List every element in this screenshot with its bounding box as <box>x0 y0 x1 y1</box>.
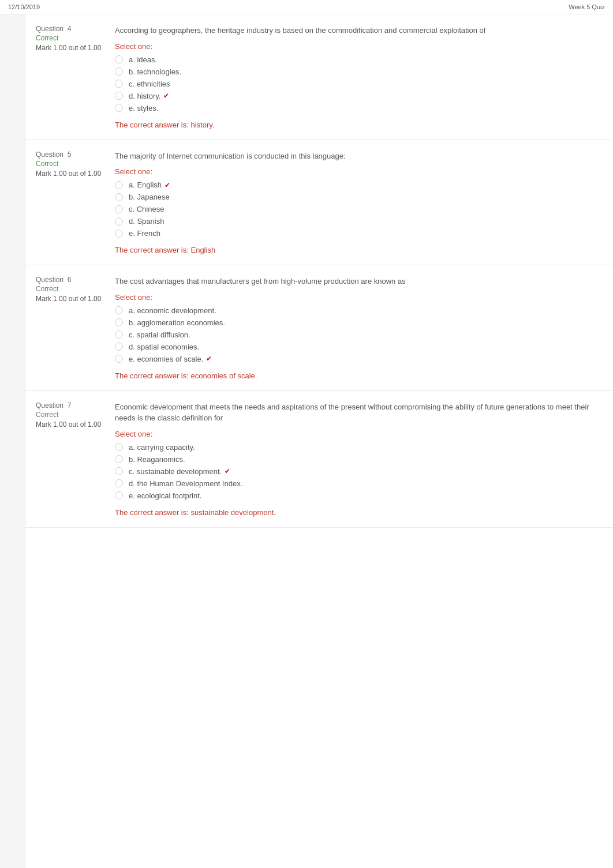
option-label: a. economic development. <box>129 306 216 315</box>
date-label: 12/10/2019 <box>8 3 40 10</box>
option-b[interactable]: b. technologies. <box>115 67 596 76</box>
radio-button[interactable] <box>115 230 123 238</box>
check-flag-icon: ✔ <box>165 181 170 189</box>
option-c[interactable]: c. ethnicities <box>115 80 596 88</box>
question-number: Question 5 <box>36 151 107 159</box>
option-label: b. Reaganomics. <box>129 455 185 464</box>
page-layout: Question 4 Correct Mark 1.00 out of 1.00… <box>0 14 613 868</box>
question-meta-6: Question 6 Correct Mark 1.00 out of 1.00 <box>25 276 115 380</box>
option-b[interactable]: b. Reaganomics. <box>115 455 596 464</box>
radio-button[interactable] <box>115 217 123 226</box>
question-body-5: The majority of Internet communication i… <box>115 151 613 255</box>
radio-button[interactable] <box>115 343 123 351</box>
select-one-label: Select one: <box>115 167 596 176</box>
radio-button[interactable] <box>115 306 123 314</box>
question-block-5: Question 5 Correct Mark 1.00 out of 1.00… <box>25 140 613 266</box>
question-body-6: The cost advantages that manufacturers g… <box>115 276 613 380</box>
option-label: a. English <box>129 181 162 189</box>
question-status: Correct <box>36 160 107 168</box>
question-body-7: Economic development that meets the need… <box>115 401 613 517</box>
question-mark: Mark 1.00 out of 1.00 <box>36 420 107 430</box>
question-body-4: According to geographers, the heritage i… <box>115 25 613 129</box>
check-flag-icon: ✔ <box>163 92 169 100</box>
option-c[interactable]: c. spatial diffusion. <box>115 330 596 339</box>
option-b[interactable]: b. agglomeration economies. <box>115 318 596 327</box>
radio-button[interactable] <box>115 55 123 63</box>
radio-button[interactable] <box>115 181 123 189</box>
options-list: a. carrying capacity.b. Reaganomics.c. s… <box>115 443 596 500</box>
option-e[interactable]: e. economies of scale. ✔ <box>115 355 596 363</box>
radio-button[interactable] <box>115 205 123 213</box>
question-number: Question 6 <box>36 276 107 284</box>
radio-button[interactable] <box>115 80 123 88</box>
question-block-7: Question 7 Correct Mark 1.00 out of 1.00… <box>25 391 613 528</box>
radio-button[interactable] <box>115 330 123 339</box>
option-c[interactable]: c. sustainable development. ✔ <box>115 467 596 476</box>
option-e[interactable]: e. French <box>115 229 596 238</box>
radio-button[interactable] <box>115 104 123 112</box>
radio-button[interactable] <box>115 193 123 201</box>
radio-button[interactable] <box>115 355 123 363</box>
question-text: The cost advantages that manufacturers g… <box>115 276 596 287</box>
radio-button[interactable] <box>115 92 123 100</box>
correct-answer-text: The correct answer is: history. <box>115 121 596 129</box>
option-label: a. ideas. <box>129 55 157 64</box>
option-label: b. Japanese <box>129 193 170 201</box>
main-content: Question 4 Correct Mark 1.00 out of 1.00… <box>25 14 613 868</box>
question-status: Correct <box>36 411 107 419</box>
radio-button[interactable] <box>115 491 123 499</box>
option-label: a. carrying capacity. <box>129 443 195 452</box>
correct-answer-text: The correct answer is: English <box>115 246 596 254</box>
correct-answer-text: The correct answer is: economies of scal… <box>115 371 596 380</box>
question-mark: Mark 1.00 out of 1.00 <box>36 294 107 304</box>
question-meta-5: Question 5 Correct Mark 1.00 out of 1.00 <box>25 151 115 255</box>
radio-button[interactable] <box>115 318 123 326</box>
option-label: b. technologies. <box>129 67 181 76</box>
option-label: c. ethnicities <box>129 80 170 88</box>
question-block-6: Question 6 Correct Mark 1.00 out of 1.00… <box>25 265 613 391</box>
question-number: Question 7 <box>36 401 107 409</box>
option-b[interactable]: b. Japanese <box>115 193 596 201</box>
radio-button[interactable] <box>115 455 123 463</box>
question-meta-4: Question 4 Correct Mark 1.00 out of 1.00 <box>25 25 115 129</box>
option-c[interactable]: c. Chinese <box>115 205 596 213</box>
radio-button[interactable] <box>115 479 123 487</box>
question-text: Economic development that meets the need… <box>115 401 596 424</box>
top-bar: 12/10/2019 Week 5 Quiz <box>0 0 613 14</box>
option-label: c. spatial diffusion. <box>129 330 190 339</box>
select-one-label: Select one: <box>115 430 596 438</box>
option-e[interactable]: e. ecological footprint. <box>115 491 596 500</box>
option-label: e. French <box>129 229 160 238</box>
option-a[interactable]: a. economic development. <box>115 306 596 315</box>
select-one-label: Select one: <box>115 42 596 51</box>
option-a[interactable]: a. carrying capacity. <box>115 443 596 452</box>
question-meta-7: Question 7 Correct Mark 1.00 out of 1.00 <box>25 401 115 517</box>
question-status: Correct <box>36 285 107 293</box>
question-number: Question 4 <box>36 25 107 33</box>
question-text: The majority of Internet communication i… <box>115 151 596 162</box>
radio-button[interactable] <box>115 67 123 76</box>
option-e[interactable]: e. styles. <box>115 104 596 112</box>
option-d[interactable]: d. spatial economies. <box>115 343 596 351</box>
option-a[interactable]: a. English ✔ <box>115 181 596 189</box>
option-d[interactable]: d. history. ✔ <box>115 92 596 100</box>
option-label: e. styles. <box>129 104 158 112</box>
option-label: e. economies of scale. <box>129 355 203 363</box>
options-list: a. economic development.b. agglomeration… <box>115 306 596 363</box>
radio-button[interactable] <box>115 467 123 475</box>
option-d[interactable]: d. the Human Development Index. <box>115 479 596 488</box>
question-mark: Mark 1.00 out of 1.00 <box>36 169 107 179</box>
question-block-4: Question 4 Correct Mark 1.00 out of 1.00… <box>25 14 613 140</box>
option-a[interactable]: a. ideas. <box>115 55 596 64</box>
option-label: c. Chinese <box>129 205 164 213</box>
option-label: b. agglomeration economies. <box>129 318 225 327</box>
question-mark: Mark 1.00 out of 1.00 <box>36 43 107 53</box>
radio-button[interactable] <box>115 443 123 451</box>
select-one-label: Select one: <box>115 293 596 302</box>
option-label: e. ecological footprint. <box>129 491 201 500</box>
question-status: Correct <box>36 34 107 42</box>
check-flag-icon: ✔ <box>206 355 212 363</box>
option-d[interactable]: d. Spanish <box>115 217 596 226</box>
option-label: d. history. <box>129 92 160 100</box>
check-flag-icon: ✔ <box>225 467 230 475</box>
